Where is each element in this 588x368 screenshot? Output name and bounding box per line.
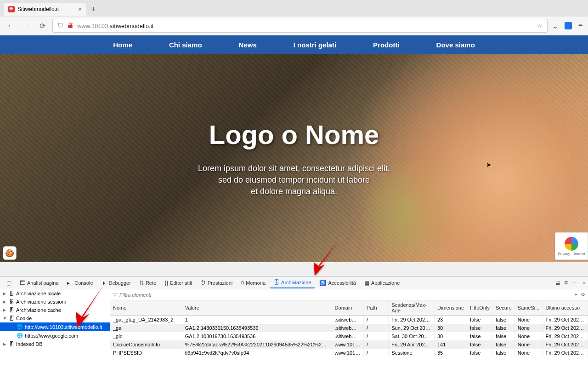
url-bar[interactable]: ⛉ www.10103.sitiwebmodello.it ☆ <box>52 19 548 33</box>
cookie-table[interactable]: NomeValoreDomainPathScadenza/Max-AgeDime… <box>110 300 588 368</box>
extension-icon[interactable] <box>565 22 572 29</box>
annotation-arrow-1 <box>305 237 342 280</box>
cell: Sun, 29 Oct 2023 ... <box>389 324 435 332</box>
column-header[interactable]: SameSi... <box>514 300 543 316</box>
table-row[interactable]: PHPSESSIDtl6p941c9vd2lt7qdv7v0sIp94www.1… <box>110 349 588 357</box>
cell: www.10103... <box>332 349 363 357</box>
cell: 23 <box>435 316 467 324</box>
cell: GA1.2.103019730.1635493536 <box>182 332 332 340</box>
cell: / <box>363 332 388 340</box>
table-row[interactable]: CookieConsensoInfo%7B%22dataora%22%3A%22… <box>110 340 588 349</box>
cell: 141 <box>435 340 467 349</box>
cell: Fri, 29 Oct 2021 0... <box>543 349 588 357</box>
tree-label: Archiviazione sessioni <box>16 299 66 305</box>
table-row[interactable]: _gaGA1.2.1430330150.1635493536.sitiwebmo… <box>110 324 588 332</box>
cell: false <box>492 332 514 340</box>
cell: Fri, 29 Oct 2021 0... <box>543 324 588 332</box>
cell: None <box>514 340 543 349</box>
column-header[interactable]: Path <box>363 300 388 316</box>
add-button[interactable]: + <box>575 292 577 298</box>
toolbar-right: ⌄ ≡ <box>552 22 582 30</box>
cell: CookieConsensoInfo <box>110 340 182 349</box>
tab-prestazioni[interactable]: ⏱Prestazioni <box>197 278 236 288</box>
cell: None <box>514 324 543 332</box>
cell: Fri, 29 Oct 2021 0... <box>389 316 435 324</box>
cell: false <box>467 340 493 349</box>
shield-icon[interactable]: ⛉ <box>57 23 63 29</box>
back-button[interactable]: ← <box>6 20 17 31</box>
cell: 30 <box>435 332 467 340</box>
tab-bar: Sitiwebmodello.it × + <box>0 0 588 17</box>
column-header[interactable]: Secure <box>492 300 514 316</box>
annotation-arrow-2 <box>69 281 110 333</box>
cell: Sat, 30 Oct 2021 ... <box>389 332 435 340</box>
storage-main: ▽ + ⟳ NomeValoreDomainPathScadenza/Max-A… <box>110 289 588 368</box>
cell: GA1.2.1430330150.1635493536 <box>182 324 332 332</box>
nav-dove-siamo[interactable]: Dove siamo <box>436 41 475 49</box>
cookie-badge[interactable]: 🍪 <box>3 246 17 260</box>
toolbar: ← → ⟳ ⛉ www.10103.sitiwebmodello.it ☆ ⌄ … <box>0 17 588 35</box>
cell: false <box>467 316 493 324</box>
column-header[interactable]: Dimensione <box>435 300 467 316</box>
tree-label: Archiviazione locale <box>16 291 61 296</box>
db-icon: 🗄 <box>9 341 14 347</box>
close-devtools-icon[interactable]: × <box>582 280 585 286</box>
tab-rete[interactable]: ⇅Rete <box>136 278 160 288</box>
recaptcha-badge[interactable]: Privacy - Termini <box>555 232 588 260</box>
pocket-icon[interactable]: ⌄ <box>552 22 558 30</box>
forward-button[interactable]: → <box>21 20 32 31</box>
menu-icon[interactable]: ≡ <box>578 22 582 30</box>
cell: .sitiwebmo... <box>332 316 363 324</box>
dock-popout-icon[interactable]: ⧉ <box>565 280 568 286</box>
bookmark-icon[interactable]: ☆ <box>537 23 543 29</box>
table-row[interactable]: _gat_gtag_UA_2142983_21.sitiwebmo.../Fri… <box>110 316 588 324</box>
tree-item[interactable]: ▶🗄Indexed DB <box>0 340 110 348</box>
browser-chrome: Sitiwebmodello.it × + ← → ⟳ ⛉ www.10103.… <box>0 0 588 35</box>
nav-news[interactable]: News <box>239 41 257 49</box>
browser-tab[interactable]: Sitiwebmodello.it × <box>4 3 86 16</box>
nav-home[interactable]: Home <box>113 41 132 49</box>
tab-memoria[interactable]: ⎙Memoria <box>237 278 269 288</box>
more-icon[interactable]: ⋯ <box>573 280 578 286</box>
tab-applicazione[interactable]: ▦Applicazione <box>361 278 403 288</box>
column-header[interactable]: HttpOnly <box>467 300 493 316</box>
hero-title: Logo o Nome <box>209 119 379 150</box>
filter-input[interactable] <box>119 292 572 298</box>
tab-analisi-pagina[interactable]: 🗔Analisi pagina <box>16 278 62 288</box>
tab-editor-stili[interactable]: {}Editor stili <box>161 278 196 288</box>
hero-subtitle: Lorem ipsum dolor sit amet, consectetur … <box>198 163 390 198</box>
cell: / <box>363 324 388 332</box>
recaptcha-icon <box>565 237 578 251</box>
cell: _gat_gtag_UA_2142983_2 <box>110 316 182 324</box>
cell: None <box>514 316 543 324</box>
refresh-button[interactable]: ⟳ <box>581 292 585 298</box>
reload-button[interactable]: ⟳ <box>37 20 48 31</box>
dock-side-icon[interactable]: ⬓ <box>555 280 560 286</box>
nav-chi-siamo[interactable]: Chi siamo <box>169 41 202 49</box>
db-icon: 🗄 <box>9 316 14 321</box>
filter-bar: ▽ + ⟳ <box>110 289 588 300</box>
table-row[interactable]: _gidGA1.2.103019730.1635493536.sitiwebmo… <box>110 332 588 340</box>
cell: Sessione <box>389 349 435 357</box>
favicon-icon <box>8 6 15 12</box>
tree-label: https://www.google.com <box>25 333 78 339</box>
column-header[interactable]: Valore <box>182 300 332 316</box>
column-header[interactable]: Scadenza/Max-Age <box>389 300 435 316</box>
globe-icon: 🌐 <box>17 333 23 339</box>
column-header[interactable]: Domain <box>332 300 363 316</box>
cell: Fri, 29 Oct 2021 0... <box>543 332 588 340</box>
cell: false <box>467 324 493 332</box>
nav-prodotti[interactable]: Prodotti <box>373 41 400 49</box>
cell: None <box>514 332 543 340</box>
close-icon[interactable]: × <box>78 6 82 13</box>
insecure-icon[interactable] <box>67 22 74 30</box>
column-header[interactable]: Nome <box>110 300 182 316</box>
cell: Fri, 29 Apr 2022 0... <box>389 340 435 349</box>
column-header[interactable]: Ultimo accesso <box>543 300 588 316</box>
hero: Logo o Nome Lorem ipsum dolor sit amet, … <box>0 54 588 262</box>
tree-label: Indexed DB <box>16 341 42 347</box>
nav-gelati[interactable]: I nostri gelati <box>294 41 336 49</box>
cell: / <box>363 340 388 349</box>
dt-inspector-icon[interactable]: ⬚ <box>3 278 15 288</box>
new-tab-button[interactable]: + <box>91 5 96 14</box>
